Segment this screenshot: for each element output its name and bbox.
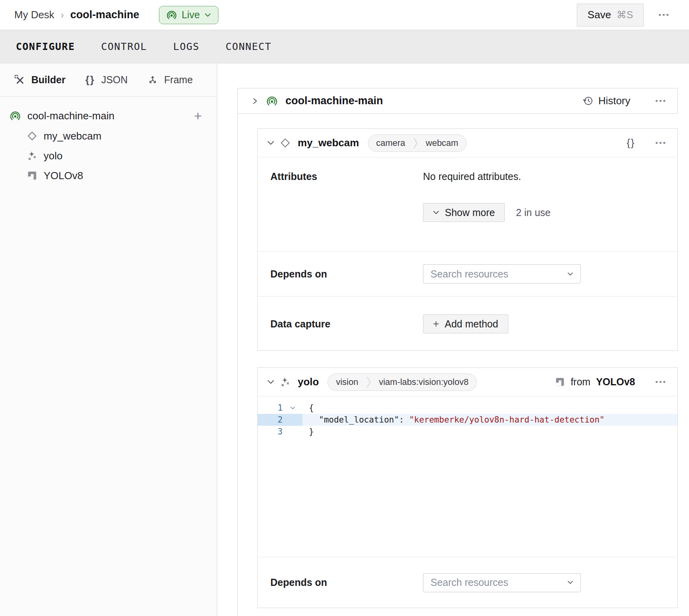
webcam-model-tag: webcam: [418, 138, 466, 148]
webcam-card-title: my_webcam: [298, 137, 359, 149]
yolo-card-header: yolo vision viam-labs:vision:yolov8: [258, 368, 678, 396]
tree-item-yolov8-module[interactable]: YOLOv8: [10, 166, 217, 186]
attributes-actions-row: Show more 2 in use: [423, 203, 551, 222]
nesting-connector-line: [237, 114, 238, 616]
chevron-down-icon: [205, 13, 211, 17]
module-icon: [27, 170, 37, 181]
webcam-type-model-pill: camera webcam: [368, 134, 467, 152]
depends-on-placeholder: Search resources: [431, 577, 508, 588]
add-component-button[interactable]: +: [194, 109, 202, 122]
show-more-label: Show more: [445, 207, 495, 218]
chevron-right-icon[interactable]: [252, 98, 258, 105]
code-token-string: "keremberke/yolov8n-hard-hat-detection": [409, 415, 605, 425]
tab-logs[interactable]: LOGS: [173, 41, 199, 52]
diamond-icon: [27, 131, 37, 141]
code-content: "model_location": "keremberke/yolov8n-ha…: [302, 414, 678, 426]
tree-item-machine-part-label: cool-machine-main: [27, 110, 115, 122]
chevron-down-icon: [567, 581, 573, 584]
yolo-type-tag: vision: [328, 377, 366, 387]
code-token-key: "model_location":: [309, 415, 409, 425]
webcam-resource-card: my_webcam camera webcam {} ••• Attribute…: [257, 128, 678, 351]
tab-configure[interactable]: CONFIGURE: [16, 41, 75, 52]
sparkles-icon: [27, 151, 37, 161]
view-builder-label: Builder: [31, 74, 65, 86]
history-icon: [583, 96, 593, 106]
add-method-button[interactable]: + Add method: [423, 314, 508, 333]
chevron-down-icon[interactable]: [267, 380, 274, 384]
depends-on-label: Depends on: [270, 577, 423, 588]
code-line-active: 2 "model_location": "keremberke/yolov8n-…: [258, 414, 678, 426]
line-number: 3: [258, 427, 283, 436]
diamond-icon: [280, 138, 291, 148]
add-method-label: Add method: [445, 318, 498, 330]
fold-chevron-icon[interactable]: [283, 406, 302, 409]
tree-item-my-webcam[interactable]: my_webcam: [10, 126, 217, 146]
show-more-button[interactable]: Show more: [423, 203, 505, 222]
code-gutter: 3: [258, 426, 302, 438]
breadcrumb-machine-name: cool-machine: [70, 9, 139, 21]
breadcrumb-separator-icon: ›: [61, 10, 64, 21]
machine-part-overflow-menu[interactable]: •••: [655, 97, 667, 105]
code-content: }: [302, 426, 678, 438]
code-line: 3 }: [258, 426, 678, 438]
attributes-label: Attributes: [270, 171, 423, 251]
webcam-json-toggle-icon[interactable]: {}: [627, 137, 635, 149]
tools-icon: [15, 75, 25, 85]
webcam-overflow-menu[interactable]: •••: [655, 139, 667, 147]
tree-item-yolo-label: yolo: [44, 150, 63, 162]
code-token-plain: {: [309, 403, 314, 413]
machine-part-title: cool-machine-main: [285, 95, 383, 107]
chevron-down-icon: [433, 210, 439, 214]
axes-icon: [147, 75, 158, 85]
view-frame[interactable]: Frame: [147, 74, 193, 86]
tree-item-yolo[interactable]: yolo: [10, 146, 217, 166]
tree-item-yolov8-module-label: YOLOv8: [44, 170, 83, 182]
module-icon: [555, 377, 565, 387]
live-status-dropdown[interactable]: Live: [159, 6, 218, 24]
code-line: 1 {: [258, 402, 678, 414]
tree-item-machine-part[interactable]: cool-machine-main +: [10, 105, 217, 126]
webcam-depends-on-select[interactable]: Search resources: [423, 264, 581, 283]
config-view-switcher: Builder {} JSON Frame: [0, 63, 217, 97]
broadcast-icon: [167, 10, 177, 20]
live-status-label: Live: [182, 9, 200, 21]
attributes-empty-text: No required attributes.: [423, 171, 551, 182]
webcam-data-capture-section: Data capture + Add method: [258, 296, 678, 351]
pill-divider-icon: [366, 375, 371, 389]
code-content: {: [302, 402, 678, 414]
history-button-label: History: [598, 95, 630, 107]
topbar-overflow-menu[interactable]: •••: [658, 11, 670, 19]
webcam-type-tag: camera: [368, 138, 413, 148]
attributes-content: No required attributes. Show more 2 in u…: [423, 171, 551, 251]
view-builder[interactable]: Builder: [15, 74, 65, 86]
breadcrumb-parent[interactable]: My Desk: [14, 9, 54, 21]
yolo-type-model-pill: vision viam-labs:vision:yolov8: [327, 373, 477, 391]
webcam-depends-on-section: Depends on Search resources: [258, 251, 678, 296]
yolo-depends-on-select[interactable]: Search resources: [423, 573, 581, 592]
save-button-label: Save: [588, 9, 611, 21]
view-json-label: JSON: [101, 74, 128, 86]
resource-tree: cool-machine-main + my_webcam: [0, 97, 217, 186]
from-module-name: YOLOv8: [596, 376, 635, 388]
view-json[interactable]: {} JSON: [85, 74, 128, 86]
code-gutter: 2: [258, 414, 302, 426]
yolo-attributes-json-editor[interactable]: 1 { 2 "model_location": "keremberke/y: [258, 396, 678, 557]
main-tab-bar: CONFIGURE CONTROL LOGS CONNECT: [0, 30, 689, 63]
yolo-depends-on-section: Depends on Search resources: [258, 557, 678, 608]
plus-icon: +: [433, 319, 439, 329]
history-button[interactable]: History: [583, 95, 630, 107]
depends-on-placeholder: Search resources: [431, 268, 508, 280]
save-button[interactable]: Save ⌘S: [577, 4, 644, 27]
view-frame-label: Frame: [164, 74, 193, 86]
yolo-overflow-menu[interactable]: •••: [655, 378, 667, 386]
tab-connect[interactable]: CONNECT: [226, 41, 272, 52]
broadcast-icon: [266, 96, 278, 107]
depends-on-label: Depends on: [270, 268, 423, 280]
chevron-down-icon[interactable]: [267, 141, 274, 145]
webcam-card-header: my_webcam camera webcam {} •••: [258, 129, 678, 157]
save-shortcut-hint: ⌘S: [616, 9, 633, 21]
top-bar: My Desk › cool-machine Live Save ⌘S •••: [0, 0, 689, 30]
yolo-module-source[interactable]: from YOLOv8: [555, 376, 635, 388]
tab-control[interactable]: CONTROL: [101, 41, 147, 52]
pill-divider-icon: [413, 136, 418, 150]
